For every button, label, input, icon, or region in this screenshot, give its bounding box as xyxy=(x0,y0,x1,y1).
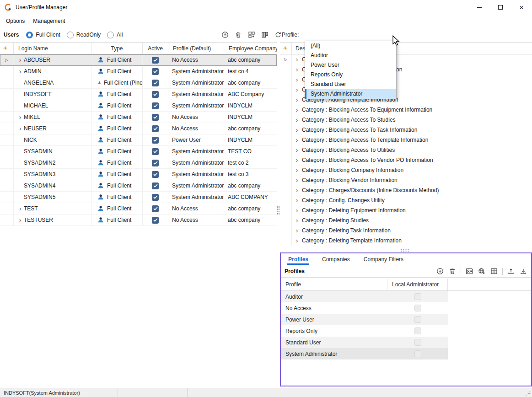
profile-card-icon[interactable] xyxy=(465,267,473,275)
column-header-company[interactable]: Employee Company xyxy=(224,43,277,54)
dropdown-option[interactable]: (All) xyxy=(305,41,396,51)
expand-icon[interactable]: › xyxy=(16,68,24,75)
expand-icon[interactable]: › xyxy=(16,217,24,223)
expand-icon[interactable]: › xyxy=(293,147,301,153)
menu-item-management[interactable]: Management xyxy=(29,16,69,27)
expand-icon[interactable]: › xyxy=(16,114,24,120)
user-row[interactable]: ›MIKELFull ClientNo AccessINDYCLM xyxy=(0,112,277,123)
category-row[interactable]: ›Category : Blocking Access To Equipment… xyxy=(280,105,532,115)
expand-icon[interactable]: › xyxy=(293,137,301,143)
delete-user-icon[interactable] xyxy=(234,31,242,39)
expand-icon[interactable]: › xyxy=(293,56,301,63)
expand-icon[interactable]: › xyxy=(293,177,301,183)
user-row[interactable]: SYSADMIN4Full ClientSystem Administrator… xyxy=(0,180,277,192)
expand-icon[interactable]: › xyxy=(293,127,301,133)
profile-row[interactable]: No Access xyxy=(281,302,531,314)
category-row[interactable]: ›Category : Deleting Equipment Informati… xyxy=(280,205,532,215)
active-checkbox[interactable] xyxy=(152,114,159,121)
local-admin-checkbox[interactable] xyxy=(414,339,421,346)
add-user-icon[interactable] xyxy=(221,31,229,39)
profile-row[interactable]: Auditor xyxy=(281,291,531,302)
expand-icon[interactable]: › xyxy=(293,97,301,103)
columns-icon[interactable] xyxy=(261,31,269,39)
user-row[interactable]: ▷›ABCUSERFull ClientNo Accessabc company xyxy=(0,54,277,66)
local-admin-checkbox[interactable] xyxy=(414,327,421,334)
category-row[interactable]: ›Category : Blocking Access To Template … xyxy=(280,135,532,145)
column-header-login[interactable]: Login Name xyxy=(14,43,91,54)
expand-icon[interactable]: › xyxy=(293,187,301,193)
user-row[interactable]: INDYSOFTFull ClientSystem AdministratorA… xyxy=(0,89,277,100)
category-row[interactable]: ›Category : Deleting Template Informatio… xyxy=(280,236,532,246)
vertical-splitter-grip[interactable] xyxy=(276,205,280,215)
user-row[interactable]: ANGELENAFull Client (PincSystem Administ… xyxy=(0,77,277,89)
expand-icon[interactable]: › xyxy=(16,205,24,212)
active-checkbox[interactable] xyxy=(152,205,159,212)
local-admin-checkbox[interactable] xyxy=(414,350,421,357)
tab-profiles[interactable]: Profiles xyxy=(288,253,308,265)
active-checkbox[interactable] xyxy=(152,57,159,64)
category-row[interactable]: ›Category : Blocking Access To Vendor PO… xyxy=(280,155,532,165)
expand-icon[interactable]: › xyxy=(293,117,301,123)
user-row[interactable]: SYSADMIN5Full ClientSystem Administrator… xyxy=(0,192,277,203)
user-row[interactable]: ›TESTUSERFull ClientNo Accessabc company xyxy=(0,215,277,226)
import-icon[interactable] xyxy=(519,267,527,275)
local-admin-checkbox[interactable] xyxy=(414,316,421,323)
active-checkbox[interactable] xyxy=(152,171,159,178)
user-row[interactable]: SYSADMIN2Full ClientSystem Administrator… xyxy=(0,157,277,169)
expand-icon[interactable]: › xyxy=(293,217,301,224)
profile-row[interactable]: Power User xyxy=(281,314,531,325)
local-admin-checkbox[interactable] xyxy=(414,293,421,300)
category-row[interactable]: ›Category : Blocking Company Information xyxy=(280,165,532,175)
user-row[interactable]: NICKFull ClientPower UserINDYCLM xyxy=(0,134,277,146)
dropdown-option[interactable]: Power User xyxy=(305,60,396,70)
column-header-local-admin[interactable]: Local Administrator xyxy=(387,279,448,290)
column-header-profile[interactable]: Profile (Default) xyxy=(168,43,224,54)
dropdown-option[interactable]: Auditor xyxy=(305,51,396,60)
cards-icon[interactable] xyxy=(247,31,256,39)
radio-all[interactable]: All xyxy=(107,32,123,38)
column-header-profile[interactable]: Profile xyxy=(281,279,387,290)
active-checkbox[interactable] xyxy=(152,125,159,132)
user-row[interactable]: ›NEUSERFull ClientNo Accessabc company xyxy=(0,123,277,134)
close-button[interactable]: ✕ xyxy=(511,0,532,15)
user-row[interactable]: SYSADMINFull ClientSystem AdministratorT… xyxy=(0,146,277,157)
horizontal-splitter-grip[interactable] xyxy=(400,248,410,252)
tab-companies[interactable]: Companies xyxy=(322,253,350,265)
grid-icon[interactable] xyxy=(490,267,498,275)
category-row[interactable]: ›Category : Deleting Task Information xyxy=(280,225,532,236)
user-row[interactable]: MICHAELFull ClientSystem AdministratorIN… xyxy=(0,100,277,112)
expand-icon[interactable]: › xyxy=(16,57,24,63)
add-profile-icon[interactable] xyxy=(436,267,444,275)
expand-icon[interactable]: › xyxy=(293,207,301,214)
delete-profile-icon[interactable] xyxy=(448,267,457,275)
minimize-button[interactable] xyxy=(469,0,490,15)
refresh-icon[interactable] xyxy=(274,31,282,39)
radio-readonly[interactable]: ReadOnly xyxy=(67,32,101,38)
active-checkbox[interactable] xyxy=(152,91,159,98)
customize-header-cell[interactable]: ☀ xyxy=(0,43,14,54)
expand-icon[interactable]: › xyxy=(293,237,301,244)
active-checkbox[interactable] xyxy=(152,102,159,109)
profile-row[interactable]: Reports Only xyxy=(281,325,531,337)
active-checkbox[interactable] xyxy=(152,160,159,166)
active-checkbox[interactable] xyxy=(152,148,159,155)
active-checkbox[interactable] xyxy=(152,194,159,201)
active-checkbox[interactable] xyxy=(152,182,159,189)
tab-company-filters[interactable]: Company Filters xyxy=(364,253,403,265)
category-row[interactable]: ›Category : Blocking Vendor Information xyxy=(280,175,532,185)
expand-icon[interactable]: › xyxy=(293,167,301,173)
category-row[interactable]: ›Category : Config. Changes Utility xyxy=(280,195,532,205)
menu-item-options[interactable]: Options xyxy=(2,16,29,27)
dropdown-option[interactable]: System Administrator xyxy=(305,89,396,99)
category-row[interactable]: ›Category : Deleting Studies xyxy=(280,215,532,225)
resize-grip[interactable] xyxy=(525,390,531,396)
expand-icon[interactable]: › xyxy=(293,107,301,113)
profile-row[interactable]: Standard User xyxy=(281,337,531,348)
expand-icon[interactable]: › xyxy=(293,197,301,204)
customization-icon[interactable]: ☀ xyxy=(283,45,288,52)
radio-full-client[interactable]: Full Client xyxy=(26,32,60,38)
category-row[interactable]: ›Category : Blocking Access To Utilities xyxy=(280,145,532,155)
expand-icon[interactable]: › xyxy=(293,157,301,163)
profile-row[interactable]: System Administrator xyxy=(281,348,531,359)
expand-icon[interactable]: › xyxy=(16,125,24,132)
